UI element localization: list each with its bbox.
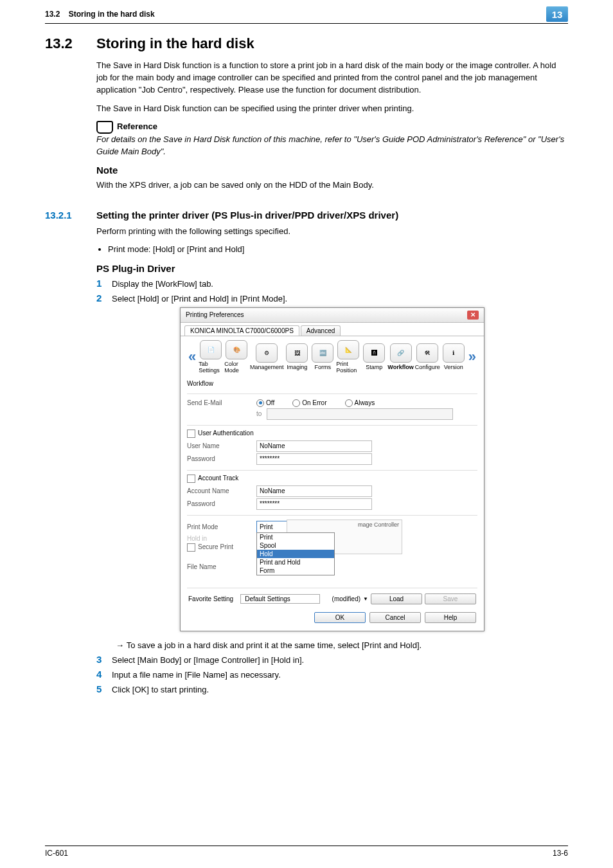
ok-button[interactable]: OK xyxy=(314,612,366,623)
nav-stamp[interactable]: 🅰Stamp xyxy=(362,343,386,370)
option-form[interactable]: Form xyxy=(257,566,334,575)
chapter-badge: 13 xyxy=(546,6,568,22)
arrow-note: To save a job in a hard disk and print i… xyxy=(116,640,568,650)
load-button[interactable]: Load xyxy=(371,593,422,604)
secure-print-checkbox[interactable] xyxy=(187,543,195,552)
step-text: Select [Hold] or [Print and Hold] in [Pr… xyxy=(112,293,568,303)
account-password-label: Password xyxy=(187,500,251,507)
nav-configure[interactable]: 🛠Configure xyxy=(415,343,440,370)
footer-left: IC-601 xyxy=(45,849,68,858)
printing-preferences-dialog: Printing Preferences ✕ KONICA MINOLTA C7… xyxy=(180,307,484,631)
section-paragraph: The Save in Hard Disk function can be sp… xyxy=(96,103,568,115)
nav-tab-settings[interactable]: 📄Tab Settings xyxy=(199,340,223,374)
nav-color-mode[interactable]: 🎨Color Mode xyxy=(224,340,249,374)
dialog-title: Printing Preferences xyxy=(186,311,244,318)
user-name-field[interactable]: NoName xyxy=(256,440,372,452)
nav-forms[interactable]: 🔤Forms xyxy=(310,343,335,370)
account-track-checkbox[interactable] xyxy=(187,475,195,483)
help-button[interactable]: Help xyxy=(425,612,476,623)
section-title: Storing in the hard disk xyxy=(96,35,568,52)
workflow-group-label: Workflow xyxy=(187,380,477,387)
bullet-item: Print mode: [Hold] or [Print and Hold] xyxy=(108,244,568,254)
nav-version[interactable]: ℹVersion xyxy=(441,343,466,370)
print-mode-options[interactable]: Print Spool Hold Print and Hold Form xyxy=(256,532,335,575)
user-auth-checkbox[interactable] xyxy=(187,429,195,438)
account-password-field[interactable]: ******** xyxy=(256,498,372,510)
nav-print-position[interactable]: 📐Print Position xyxy=(336,340,360,374)
note-heading: Note xyxy=(96,165,568,176)
step-number: 5 xyxy=(96,683,112,694)
step-text: Select [Main Body] or [Image Controller]… xyxy=(112,654,568,665)
step-text: Click [OK] to start printing. xyxy=(112,683,568,694)
nav-next-icon[interactable]: » xyxy=(467,348,477,365)
user-name-label: User Name xyxy=(187,442,251,449)
option-spool[interactable]: Spool xyxy=(257,541,334,550)
favorite-setting-select[interactable]: Default Settings xyxy=(240,594,320,604)
file-name-label: File Name xyxy=(187,563,251,570)
subsection-intro: Perform printing with the following sett… xyxy=(96,226,568,238)
nav-workflow[interactable]: 🔗Workflow xyxy=(387,343,413,370)
option-print-and-hold[interactable]: Print and Hold xyxy=(257,558,334,566)
reference-heading: Reference xyxy=(96,121,568,134)
tab-device[interactable]: KONICA MINOLTA C7000/C6000PS xyxy=(184,325,299,336)
to-label: to xyxy=(256,410,262,417)
section-number: 13.2 xyxy=(45,35,96,198)
modified-label: (modified) xyxy=(332,595,360,602)
favorite-setting-label: Favorite Setting xyxy=(188,595,233,602)
nav-management[interactable]: ⚙Management xyxy=(250,343,283,370)
radio-on-error[interactable]: On Error xyxy=(292,399,326,407)
hold-in-label: Hold in xyxy=(187,535,251,542)
nav-imaging[interactable]: 🖼Imaging xyxy=(285,343,309,370)
radio-off[interactable]: Off xyxy=(256,399,274,407)
secure-print-label: Secure Print xyxy=(198,543,233,550)
reference-text: For details on the Save in Hard Disk fun… xyxy=(96,134,568,158)
option-hold[interactable]: Hold xyxy=(257,550,334,558)
password-field[interactable]: ******** xyxy=(256,453,372,465)
email-to-field[interactable] xyxy=(267,408,453,420)
step-number: 2 xyxy=(96,293,112,303)
tab-advanced[interactable]: Advanced xyxy=(301,325,341,336)
section-paragraph: The Save in Hard Disk function is a func… xyxy=(96,60,568,96)
radio-always[interactable]: Always xyxy=(345,399,375,407)
step-number: 3 xyxy=(96,654,112,665)
footer-right: 13-6 xyxy=(553,849,568,858)
cancel-button[interactable]: Cancel xyxy=(369,612,421,623)
step-number: 4 xyxy=(96,669,112,680)
book-icon xyxy=(96,121,113,134)
account-track-label: Account Track xyxy=(198,475,238,482)
nav-prev-icon[interactable]: « xyxy=(187,348,197,365)
account-name-field[interactable]: NoName xyxy=(256,485,372,497)
password-label: Password xyxy=(187,455,251,462)
account-name-label: Account Name xyxy=(187,487,251,494)
page-header-left: 13.2 Storing in the hard disk xyxy=(45,10,155,19)
subsection-number: 13.2.1 xyxy=(45,210,96,698)
step-text: Display the [WorkFlow] tab. xyxy=(112,278,568,289)
send-email-label: Send E-Mail xyxy=(187,399,251,406)
note-text: With the XPS driver, a job can be saved … xyxy=(96,179,568,192)
driver-heading: PS Plug-in Driver xyxy=(96,263,568,274)
step-text: Input a file name in [File Name] as nece… xyxy=(112,669,568,680)
subsection-title: Setting the printer driver (PS Plus-in d… xyxy=(96,210,568,221)
close-icon[interactable]: ✕ xyxy=(467,311,479,320)
save-button[interactable]: Save xyxy=(425,593,476,604)
step-number: 1 xyxy=(96,278,112,289)
option-print[interactable]: Print xyxy=(257,533,334,541)
user-auth-label: User Authentication xyxy=(198,429,254,437)
print-mode-label: Print Mode xyxy=(187,523,251,530)
